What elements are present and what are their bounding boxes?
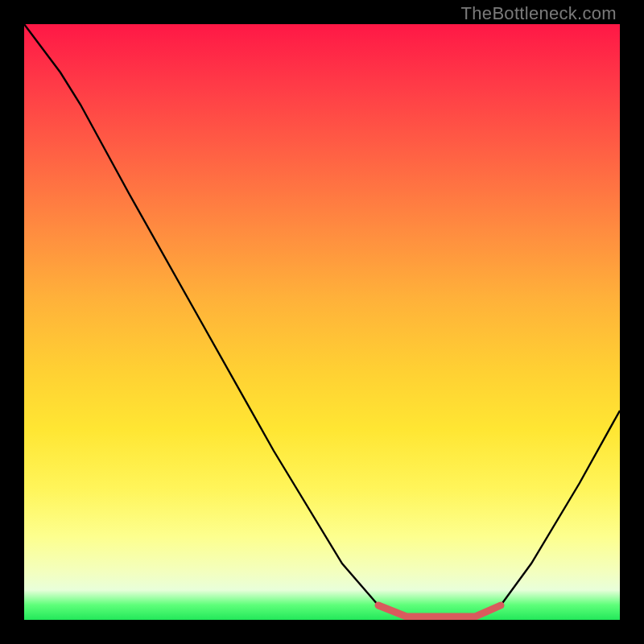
watermark-text: TheBottleneck.com xyxy=(461,3,617,24)
red-valley-highlight xyxy=(378,605,501,617)
chart-frame xyxy=(24,24,620,620)
chart-svg xyxy=(24,24,620,620)
black-curve xyxy=(24,24,620,617)
